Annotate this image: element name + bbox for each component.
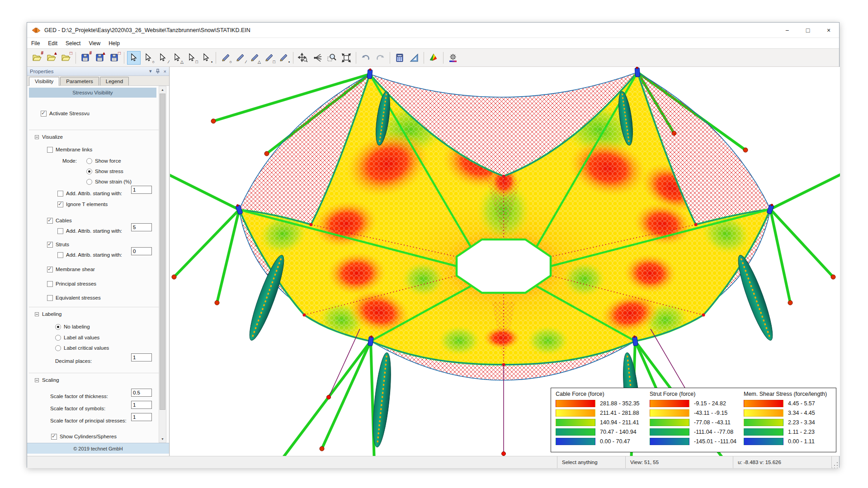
save-square-button[interactable]: □: [108, 51, 121, 65]
model-canvas[interactable]: Cable Force (force) 281.88 - 352.35 211.…: [170, 67, 840, 456]
activate-stressvu-row[interactable]: Activate Stressvu: [41, 109, 90, 117]
select-point-button[interactable]: ▪: [199, 51, 213, 65]
checkbox-checked-icon[interactable]: [47, 267, 53, 272]
checkbox-checked-icon[interactable]: [57, 202, 63, 207]
symbols-input[interactable]: [131, 401, 152, 409]
no-labeling-radio[interactable]: No labeling: [55, 323, 90, 331]
checkbox-icon[interactable]: [47, 281, 53, 287]
checkbox-icon[interactable]: [57, 228, 63, 234]
membrane-links-row[interactable]: Membrane links: [47, 145, 92, 154]
radio-selected-icon[interactable]: [86, 169, 92, 174]
show-strain-radio[interactable]: Show strain (%): [86, 178, 132, 186]
draw-line-button[interactable]: ∕: [233, 51, 247, 65]
pin-icon[interactable]: [156, 69, 160, 74]
checkbox-icon[interactable]: [57, 252, 63, 258]
calculator-button[interactable]: [393, 51, 406, 65]
tab-visibility[interactable]: Visibility: [29, 77, 59, 86]
menu-file[interactable]: File: [27, 39, 44, 48]
pan-view-button[interactable]: [296, 51, 310, 65]
zoom-window-button[interactable]: [325, 51, 339, 65]
chevron-down-icon[interactable]: ▾: [149, 68, 152, 74]
resize-grip[interactable]: [832, 461, 839, 468]
checkbox-checked-icon[interactable]: [41, 111, 47, 117]
add-attrib-struts-input[interactable]: [131, 247, 152, 255]
undo-button[interactable]: [359, 51, 373, 65]
decimal-places-input[interactable]: [131, 353, 152, 361]
tab-parameters[interactable]: Parameters: [60, 77, 99, 85]
principal-stresses-row[interactable]: Principal stresses: [47, 280, 96, 288]
menu-select[interactable]: Select: [61, 39, 85, 48]
redo-button[interactable]: [373, 51, 387, 65]
checkbox-checked-icon[interactable]: [47, 218, 53, 224]
app-window: GED - D:\2_Projekte\Easy\2020\03_26_Webs…: [27, 22, 840, 468]
select-square-button[interactable]: □: [185, 51, 198, 65]
select-triangle-button[interactable]: △: [170, 51, 184, 65]
select-circle-button[interactable]: ○: [142, 51, 155, 65]
checkbox-checked-icon[interactable]: [47, 242, 53, 248]
add-attrib-membrane-input[interactable]: [131, 186, 152, 194]
select-button[interactable]: [127, 51, 141, 65]
checkbox-checked-icon[interactable]: [51, 434, 57, 440]
cables-row[interactable]: Cables: [47, 216, 72, 225]
thickness-input[interactable]: [131, 389, 152, 397]
scroll-down-icon[interactable]: ▼: [159, 436, 166, 442]
stressvu-button[interactable]: [427, 51, 440, 65]
draw-point-button[interactable]: ▪: [277, 51, 290, 65]
equivalent-stresses-row[interactable]: Equivalent stresses: [47, 294, 101, 302]
checkbox-icon[interactable]: [47, 147, 53, 153]
radio-icon[interactable]: [55, 345, 61, 351]
menu-help[interactable]: Help: [104, 39, 124, 48]
open-square-button[interactable]: □: [59, 51, 73, 65]
draw-square-button[interactable]: □: [262, 51, 276, 65]
collapse-box-icon[interactable]: [35, 378, 39, 382]
membrane-shear-row[interactable]: Membrane shear: [47, 265, 95, 273]
settings-button[interactable]: [446, 51, 460, 65]
tab-legend[interactable]: Legend: [100, 77, 129, 85]
radio-icon[interactable]: [86, 158, 92, 164]
show-force-radio[interactable]: Show force: [86, 157, 121, 165]
close-button[interactable]: ×: [818, 23, 839, 38]
zoom-point-button[interactable]: [311, 51, 324, 65]
draw-triangle-button[interactable]: △: [248, 51, 261, 65]
label-all-radio[interactable]: Label all values: [55, 333, 99, 342]
measure-button[interactable]: [407, 51, 421, 65]
scaling-group-header[interactable]: Scaling: [35, 376, 59, 384]
add-attrib-cables-row[interactable]: Add. Attrib. starting with:: [57, 227, 122, 235]
maximize-button[interactable]: □: [797, 23, 818, 38]
save-hash-button[interactable]: #: [79, 51, 92, 65]
draw-circle-button[interactable]: ○: [219, 51, 232, 65]
visualize-group-header[interactable]: Visualize: [35, 133, 63, 141]
show-stress-radio[interactable]: Show stress: [86, 167, 123, 175]
circle-mod-icon: ○: [230, 60, 232, 64]
panel-title-bar[interactable]: Properties ▾ ×: [27, 67, 169, 76]
radio-icon[interactable]: [55, 335, 61, 341]
label-critical-radio[interactable]: Label critical values: [55, 344, 109, 352]
collapse-box-icon[interactable]: [35, 312, 39, 316]
add-attrib-membrane-row[interactable]: Add. Attrib. starting with:: [57, 189, 122, 197]
zoom-fit-button[interactable]: [340, 51, 353, 65]
close-icon[interactable]: ×: [164, 69, 166, 74]
radio-selected-icon[interactable]: [55, 324, 61, 330]
checkbox-icon[interactable]: [47, 295, 53, 301]
radio-icon[interactable]: [86, 179, 92, 185]
scroll-up-icon[interactable]: ▲: [159, 86, 166, 93]
minimize-button[interactable]: −: [777, 23, 797, 38]
open-triangle-button[interactable]: ▲: [45, 51, 58, 65]
panel-scrollbar[interactable]: ▲ ▼: [159, 86, 166, 443]
labeling-group-header[interactable]: Labeling: [35, 310, 61, 318]
scrollbar-thumb[interactable]: [160, 94, 165, 410]
menu-edit[interactable]: Edit: [44, 39, 61, 48]
collapse-box-icon[interactable]: [35, 135, 39, 139]
add-attrib-cables-input[interactable]: [131, 223, 152, 231]
principal-scale-input[interactable]: [131, 413, 152, 421]
save-triangle-button[interactable]: ▲: [93, 51, 107, 65]
gradient-swatch: [744, 400, 783, 407]
select-line-button[interactable]: ∕: [156, 51, 170, 65]
open-hash-button[interactable]: #: [30, 51, 44, 65]
add-attrib-struts-row[interactable]: Add. Attrib. starting with:: [57, 251, 122, 259]
checkbox-icon[interactable]: [57, 191, 63, 197]
show-cylinders-row[interactable]: Show Cylinders/Spheres: [51, 432, 117, 441]
ignore-t-row[interactable]: Ignore T elements: [57, 200, 108, 208]
menu-view[interactable]: View: [85, 39, 104, 48]
struts-row[interactable]: Struts: [47, 240, 69, 249]
